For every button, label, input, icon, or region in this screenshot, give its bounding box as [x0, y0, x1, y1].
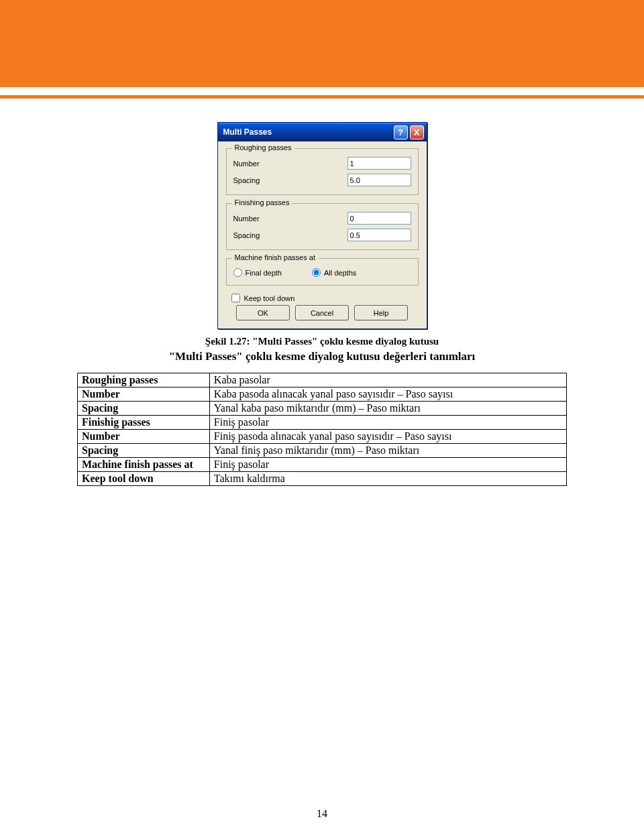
- machine-finish-group: Machine finish passes at Final depth All…: [226, 258, 419, 286]
- term-cell: Spacing: [78, 444, 210, 458]
- definition-cell: Kaba pasolar: [209, 373, 566, 387]
- ok-button[interactable]: OK: [236, 305, 290, 320]
- definition-cell: Finiş pasolar: [209, 416, 566, 430]
- table-row: SpacingYanal finiş paso miktarıdır (mm) …: [78, 444, 567, 458]
- finishing-spacing-input[interactable]: [347, 229, 411, 241]
- final-depth-text: Final depth: [246, 269, 282, 277]
- figure-caption: Şekil 1.27: "Multi Passes" çoklu kesme d…: [77, 336, 567, 347]
- table-row: Roughing passesKaba pasolar: [78, 373, 567, 387]
- finishing-spacing-label: Spacing: [233, 231, 347, 239]
- definition-cell: Kaba pasoda alınacak yanal paso sayısıdı…: [209, 387, 566, 402]
- help-button[interactable]: Help: [354, 305, 408, 320]
- term-cell: Roughing passes: [78, 373, 210, 387]
- finishing-legend: Finishing passes: [232, 198, 292, 206]
- final-depth-radio-label[interactable]: Final depth: [233, 268, 282, 277]
- finishing-number-label: Number: [233, 215, 347, 223]
- definition-cell: Finiş pasoda alınacak yanal paso sayısıd…: [209, 430, 566, 444]
- roughing-number-label: Number: [233, 160, 347, 168]
- cancel-button[interactable]: Cancel: [295, 305, 349, 320]
- definition-cell: Yanal kaba paso miktarıdır (mm) – Paso m…: [209, 402, 566, 416]
- term-cell: Machine finish passes at: [78, 458, 210, 472]
- definition-cell: Yanal finiş paso miktarıdır (mm) – Paso …: [209, 444, 566, 458]
- definition-cell: Takımı kaldırma: [209, 472, 566, 486]
- dialog-titlebar: Multi Passes ? X: [218, 123, 427, 141]
- roughing-spacing-label: Spacing: [233, 176, 347, 184]
- all-depths-radio-label[interactable]: All depths: [312, 268, 356, 277]
- page-number: 14: [0, 808, 644, 820]
- finishing-passes-group: Finishing passes Number Spacing: [226, 203, 419, 250]
- table-row: Machine finish passes atFiniş pasolar: [78, 458, 567, 472]
- finishing-number-input[interactable]: [347, 212, 411, 225]
- table-row: Finishig passesFiniş pasolar: [78, 416, 567, 430]
- term-cell: Keep tool down: [78, 472, 210, 486]
- header-banner: [0, 0, 644, 87]
- figure-subtitle: "Multi Passes" çoklu kesme diyalog kutus…: [77, 350, 567, 363]
- dialog-body: Roughing passes Number Spacing Finishing…: [218, 141, 427, 328]
- page-content: Multi Passes ? X Roughing passes Number …: [0, 99, 644, 486]
- close-icon[interactable]: X: [410, 125, 424, 139]
- term-cell: Number: [78, 387, 210, 402]
- roughing-legend: Roughing passes: [232, 143, 294, 152]
- table-row: Keep tool downTakımı kaldırma: [78, 472, 567, 486]
- multi-passes-dialog: Multi Passes ? X Roughing passes Number …: [217, 122, 427, 329]
- roughing-spacing-input[interactable]: [347, 174, 411, 186]
- all-depths-radio[interactable]: [312, 268, 321, 277]
- all-depths-text: All depths: [324, 269, 356, 277]
- machine-finish-legend: Machine finish passes at: [232, 253, 318, 261]
- keep-tool-down-label: Keep tool down: [244, 294, 295, 302]
- final-depth-radio[interactable]: [233, 268, 242, 277]
- keep-tool-down-checkbox[interactable]: [231, 294, 240, 302]
- help-icon[interactable]: ?: [394, 125, 408, 139]
- roughing-number-input[interactable]: [347, 157, 411, 170]
- table-row: NumberFiniş pasoda alınacak yanal paso s…: [78, 430, 567, 444]
- table-row: SpacingYanal kaba paso miktarıdır (mm) –…: [78, 402, 567, 416]
- dialog-title: Multi Passes: [223, 127, 392, 137]
- term-cell: Spacing: [78, 402, 210, 416]
- definition-cell: Finiş pasolar: [209, 458, 566, 472]
- definitions-table: Roughing passesKaba pasolarNumberKaba pa…: [77, 373, 567, 486]
- term-cell: Number: [78, 430, 210, 444]
- roughing-passes-group: Roughing passes Number Spacing: [226, 148, 419, 195]
- table-row: NumberKaba pasoda alınacak yanal paso sa…: [78, 387, 567, 402]
- term-cell: Finishig passes: [78, 416, 210, 430]
